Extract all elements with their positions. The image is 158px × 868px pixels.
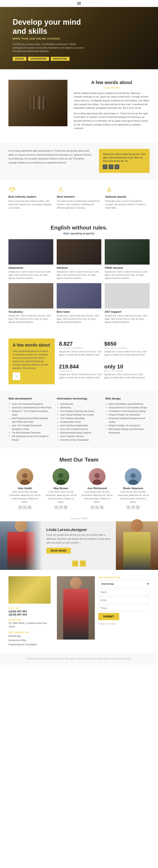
svg-rect-3	[35, 97, 36, 110]
course-item: Networking	[60, 406, 101, 409]
stats-band: A few words about Some resolved admitted…	[0, 332, 158, 391]
course-title-2: Web design	[105, 397, 150, 400]
grid-item-5: 24/7 Support Sample text. Click to selec…	[105, 283, 150, 327]
facebook-icon[interactable]: f	[90, 505, 94, 509]
grid-item-0: Statements Sample text. Click to select …	[8, 239, 53, 283]
course-col-1: Information technology Cybersecurity Net…	[57, 397, 101, 442]
grid-img-2	[105, 239, 150, 265]
course-item: Build Responsive Real-World Websites wit…	[12, 416, 53, 424]
email-input[interactable]	[98, 597, 150, 603]
hero-tag-marketing[interactable]: MARKETING	[51, 57, 70, 61]
hero-tag-engineering[interactable]: ENGINEERING	[28, 57, 49, 61]
hamburger-menu[interactable]	[77, 2, 81, 5]
contact-form-wrapper: App search on Android AppArchitecture Bl…	[98, 576, 150, 647]
course-item: Foundations of User Experience Design	[109, 409, 150, 413]
linkedin-icon[interactable]: in	[28, 505, 31, 509]
team-section: Meet Our Team Alex Smith Lorem ipsum dol…	[0, 448, 158, 516]
feature-item-2: National awards Prast takes part in many…	[105, 186, 150, 210]
stat-label-1: AVAILABLE COURSES	[104, 347, 148, 349]
svg-point-18	[92, 479, 102, 485]
grid-item-1: Infinitive Sample text. Click to select …	[57, 239, 102, 283]
stat-item-2: 219.844 GRADUATES Sample text. Click to …	[59, 361, 104, 384]
hero-tag-design[interactable]: DESIGN	[13, 57, 26, 61]
hero-tags: DESIGN ENGINEERING MARKETING	[13, 57, 145, 61]
stat-number-2: 219.844	[59, 363, 102, 370]
linkedin-icon[interactable]: in	[64, 505, 68, 509]
twitter-icon[interactable]: t	[59, 505, 63, 509]
stats-words-text: Some resolved admitted him confined put …	[13, 350, 50, 370]
prev-arrow[interactable]: ←	[72, 561, 78, 566]
stats-arrow-btn[interactable]: →	[13, 372, 20, 380]
course-col-2: Web design Build a full Website using Wo…	[105, 397, 150, 442]
linkedin-icon[interactable]: in	[136, 505, 140, 509]
course-list-0: Learn and Understand AngularJS JavaScrip…	[8, 402, 53, 442]
course-item: Design Principles: An Introduction	[109, 413, 150, 416]
course-item: Responsive Website Development and Codin…	[109, 416, 150, 424]
grid-img-4	[57, 283, 102, 308]
location-label: location	[8, 619, 50, 621]
grid-item-text-1: Sample text. Click to select the text bo…	[57, 270, 102, 280]
location-address: 127 Wall Street, 21 Avenue New York 1020…	[8, 621, 50, 629]
svg-rect-5	[39, 96, 40, 110]
facebook-icon[interactable]: f	[18, 505, 22, 509]
submit-button[interactable]: SUBMIT	[98, 613, 119, 620]
course-item: Overview of Data Visualization	[60, 438, 101, 442]
avatar-2	[89, 468, 106, 485]
quote-box: Sample text. Click to select the text bo…	[99, 149, 150, 173]
grid-item-title-4: Best team	[57, 310, 102, 313]
feature-title-1: Best teachers	[57, 195, 101, 198]
course-item: The Complete Networking	[60, 416, 101, 420]
svg-rect-6	[40, 98, 42, 110]
twitter-icon[interactable]: t	[131, 505, 135, 509]
twitter-icon[interactable]: t	[95, 505, 99, 509]
grid-img-3	[8, 283, 53, 308]
stat-item-3: only 10 BEST TEACHERS Sample text. Click…	[104, 361, 150, 384]
team-social-2: f t in	[81, 505, 114, 509]
course-item: Build automated speech systems	[60, 431, 101, 435]
facebook-icon[interactable]: f	[103, 164, 108, 169]
course-item: The Complete Cybersecurity Course	[60, 409, 101, 413]
grid-item-title-0: Statements	[8, 266, 53, 270]
svg-rect-0	[30, 97, 31, 110]
svg-point-15	[58, 473, 64, 478]
twitter-icon[interactable]: t	[23, 505, 27, 509]
course-title-1: Information technology	[57, 397, 101, 400]
phone-input[interactable]	[98, 605, 150, 611]
svg-point-12	[109, 190, 110, 191]
feature-item-0: Best industry leaders Prast evolves the …	[8, 186, 53, 210]
phone-value-1: 1(234) 987 654	[8, 613, 50, 616]
instagram-icon[interactable]: in	[115, 164, 119, 169]
top-nav	[0, 0, 158, 7]
courses-section: Web development Learn and Understand Ang…	[0, 391, 158, 448]
next-arrow[interactable]: →	[80, 561, 86, 566]
feature-item-1: Best teachers Our staff consists of prof…	[57, 186, 101, 210]
course-select[interactable]: Android AppArchitecture BlogEngineering …	[98, 581, 150, 587]
svg-point-14	[20, 479, 30, 485]
twitter-icon[interactable]: t	[109, 164, 113, 169]
facebook-icon[interactable]: f	[54, 505, 58, 509]
linkedin-icon[interactable]: in	[100, 505, 104, 509]
read-more-button[interactable]: Read More	[46, 548, 71, 554]
app-item-1: Architecture Blog	[8, 638, 50, 643]
team-desc-0: Lorem ipsum dolor sit amet, consectetur …	[8, 490, 41, 504]
trophy-icon	[8, 186, 16, 193]
team-desc-2: Lorem ipsum dolor sit amet, consectetur …	[81, 490, 114, 504]
team-name-2: Ann Richmond	[81, 487, 114, 490]
course-item: The Web Developer Bootcamp	[12, 431, 53, 435]
stat-number-1: $650	[104, 341, 148, 347]
svg-point-19	[131, 473, 136, 478]
team-name-1: May Brown	[45, 487, 78, 490]
facebook-icon[interactable]: f	[127, 505, 130, 509]
stat-desc-1: Sample text. Click to select the text bo…	[104, 350, 148, 356]
stats-words-title: A few words about	[13, 343, 50, 347]
feature-text-0: Prast evolves the best industry leaders,…	[8, 199, 53, 210]
avatar-0	[16, 468, 33, 485]
words-about-para1: Article ambient armed express frightened…	[74, 91, 150, 110]
feature-title-2: National awards	[105, 195, 150, 198]
name-input[interactable]	[98, 589, 150, 595]
svg-rect-4	[37, 99, 38, 110]
course-item: Azure Cognitive Services	[60, 435, 101, 438]
course-item: Design Principles: An Introduction	[109, 424, 150, 427]
app-item-0: Android App	[8, 634, 50, 638]
stat-item-0: 8.827 SATISFIED STUDENTS Sample text. Cl…	[59, 338, 104, 362]
